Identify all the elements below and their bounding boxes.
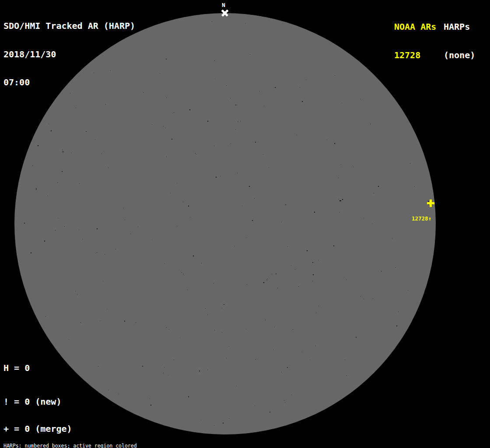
speckle: [163, 126, 164, 126]
speckle: [196, 154, 196, 155]
speckle: [177, 183, 177, 183]
speckle: [174, 360, 174, 360]
speckle: [341, 164, 341, 165]
speckle: [124, 321, 125, 322]
speckle: [172, 139, 172, 140]
speckle: [165, 128, 166, 128]
speckle: [238, 121, 238, 121]
speckle: [381, 271, 382, 272]
speckle: [224, 304, 224, 305]
speckle: [51, 130, 52, 131]
speckle: [240, 121, 241, 121]
speckle: [195, 153, 196, 154]
speckle: [313, 274, 314, 275]
speckle: [263, 154, 263, 155]
speckle: [187, 290, 188, 290]
speckle: [295, 269, 295, 270]
speckle: [64, 226, 65, 227]
speckle: [287, 246, 288, 247]
speckle: [373, 298, 373, 299]
speckle: [291, 265, 291, 266]
speckle: [275, 87, 276, 88]
speckle: [267, 280, 267, 280]
speckle: [183, 202, 183, 202]
speckle: [189, 109, 190, 110]
speckle: [97, 252, 97, 253]
speckle: [235, 105, 236, 105]
speckle: [270, 412, 270, 413]
noaa-ar-number-label: 12728↑: [412, 216, 431, 222]
speckle: [338, 178, 339, 178]
speckle: [160, 73, 160, 74]
speckle: [174, 112, 174, 113]
speckle: [152, 124, 152, 125]
speckle: [374, 193, 374, 193]
speckle: [410, 163, 410, 164]
speckle: [86, 131, 86, 132]
speckle: [364, 218, 364, 218]
speckle: [316, 313, 316, 313]
speckle: [55, 230, 56, 231]
speckle: [396, 326, 397, 326]
speckle: [312, 262, 313, 263]
speckle: [293, 329, 293, 330]
speckle: [62, 150, 63, 150]
speckle: [302, 101, 303, 102]
speckle: [58, 218, 58, 218]
frame-time: 07:00: [4, 78, 135, 88]
speckle: [346, 375, 347, 376]
speckle: [340, 212, 340, 213]
harps-label: HARPs: [444, 22, 475, 32]
speckle: [108, 390, 109, 390]
speckle: [82, 239, 83, 239]
speckle: [150, 405, 151, 406]
speckle: [199, 371, 200, 371]
speckle: [47, 196, 48, 196]
speckle: [223, 423, 224, 424]
speckle: [150, 399, 150, 399]
speckle: [237, 173, 238, 173]
speckle: [302, 352, 302, 352]
speckle: [166, 327, 167, 328]
speckle: [36, 189, 37, 189]
speckle: [136, 322, 136, 323]
speckle: [222, 332, 222, 332]
speckle: [250, 54, 250, 55]
speckle: [327, 140, 327, 140]
speckle: [342, 103, 342, 103]
speckle: [249, 186, 250, 187]
speckle: [76, 108, 76, 108]
speckle: [31, 252, 32, 253]
speckle: [256, 359, 256, 360]
footnotes: HARPs: numbered boxes; active region col…: [4, 433, 179, 448]
speckle: [273, 350, 274, 350]
speckle: [310, 360, 310, 360]
speckle: [285, 204, 286, 205]
speckle: [226, 85, 227, 86]
speckle: [353, 167, 354, 167]
speckle: [79, 230, 79, 230]
north-label: N: [220, 2, 227, 8]
speckle: [287, 367, 288, 368]
speckle: [123, 208, 124, 208]
speckle: [235, 130, 236, 130]
speckle: [318, 260, 319, 260]
speckle: [231, 144, 231, 144]
speckle: [335, 75, 335, 76]
speckle: [143, 92, 144, 93]
speckle: [276, 273, 276, 274]
speckle: [230, 98, 231, 98]
speckle: [392, 238, 392, 238]
speckle: [291, 395, 292, 395]
speckle: [138, 227, 138, 227]
speckle: [119, 394, 119, 394]
speckle: [107, 309, 107, 309]
speckle: [142, 366, 143, 367]
legend-item-merge: + = 0 (merge): [4, 425, 104, 433]
speckle: [79, 183, 80, 184]
speckle: [46, 316, 46, 317]
speckle: [97, 228, 98, 229]
frame-date: 2018/11/30: [4, 50, 135, 60]
speckle: [63, 151, 63, 152]
speckle: [242, 206, 242, 206]
